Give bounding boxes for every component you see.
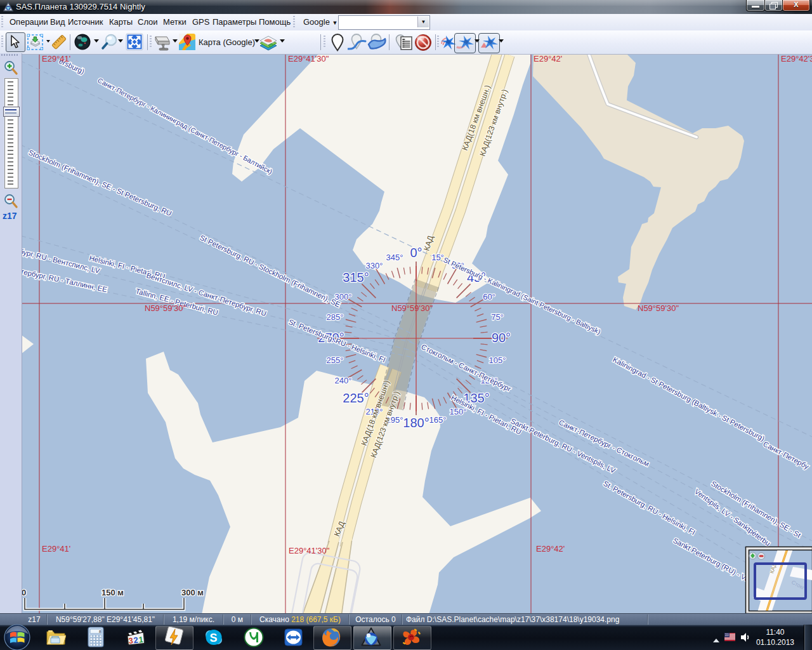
svg-text:150 м: 150 м <box>102 588 124 597</box>
svg-text:N59°59'30": N59°59'30" <box>145 303 186 313</box>
svg-text:90°: 90° <box>492 331 511 345</box>
svg-text:0: 0 <box>22 588 26 597</box>
svg-text:E29°41'30": E29°41'30" <box>288 54 329 63</box>
svg-text:105°: 105° <box>489 355 506 365</box>
svg-text:0°: 0° <box>410 246 422 260</box>
svg-text:E29°42': E29°42' <box>534 54 562 63</box>
svg-text:75°: 75° <box>491 312 504 322</box>
svg-text:225°: 225° <box>343 391 369 405</box>
svg-text:165°: 165° <box>429 415 447 425</box>
svg-text:315°: 315° <box>343 270 369 284</box>
svg-text:300 м: 300 м <box>181 588 204 597</box>
svg-text:E29°41'30": E29°41'30" <box>289 546 330 555</box>
svg-text:150°: 150° <box>450 407 467 416</box>
svg-text:N59°59'30": N59°59'30" <box>391 303 433 313</box>
svg-text:E29°42': E29°42' <box>536 544 565 554</box>
svg-text:E29°42'30: E29°42'30 <box>781 54 812 63</box>
svg-text:60°: 60° <box>483 292 495 302</box>
svg-text:15°: 15° <box>431 253 444 262</box>
svg-text:345°: 345° <box>386 253 403 262</box>
svg-text:S: S <box>210 632 218 644</box>
svg-text:285°: 285° <box>327 312 344 322</box>
svg-text:330°: 330° <box>366 261 383 270</box>
svg-text:240°: 240° <box>335 376 352 385</box>
svg-text:255°: 255° <box>327 355 344 365</box>
svg-text:N59°59'30": N59°59'30" <box>638 303 679 313</box>
svg-text:E29°41': E29°41' <box>42 544 70 554</box>
svg-text:180°: 180° <box>403 416 429 430</box>
svg-text:E29°41': E29°41' <box>42 54 70 63</box>
